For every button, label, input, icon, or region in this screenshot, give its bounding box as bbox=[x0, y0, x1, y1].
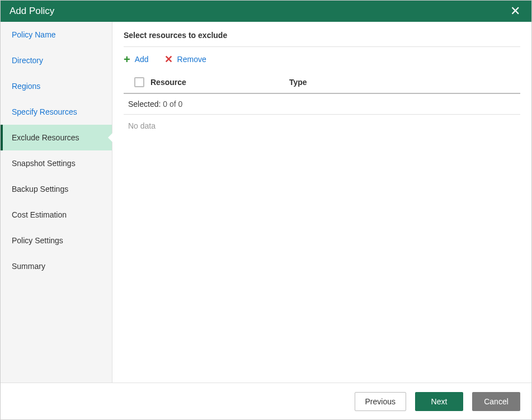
sidebar-item-label: Policy Name bbox=[12, 30, 56, 39]
sidebar-item-regions[interactable]: Regions bbox=[1, 73, 112, 99]
table-header: Resource Type bbox=[124, 72, 520, 94]
sidebar-item-specify-resources[interactable]: Specify Resources bbox=[1, 99, 112, 125]
wizard-sidebar: Policy Name Directory Regions Specify Re… bbox=[1, 22, 112, 383]
sidebar-item-directory[interactable]: Directory bbox=[1, 48, 112, 73]
main-panel: Select resources to exclude + Add ✕ Remo… bbox=[112, 22, 531, 383]
sidebar-item-cost-estimation[interactable]: Cost Estimation bbox=[1, 202, 112, 228]
sidebar-item-label: Directory bbox=[12, 56, 43, 65]
sidebar-item-policy-name[interactable]: Policy Name bbox=[1, 22, 112, 48]
sidebar-item-label: Policy Settings bbox=[12, 236, 63, 245]
sidebar-item-label: Snapshot Settings bbox=[12, 159, 76, 168]
dialog-footer: Previous Next Cancel bbox=[1, 383, 531, 419]
remove-button[interactable]: ✕ Remove bbox=[164, 54, 206, 65]
selected-label: Selected: bbox=[128, 100, 161, 108]
sidebar-item-snapshot-settings[interactable]: Snapshot Settings bbox=[1, 150, 112, 176]
add-policy-dialog: Add Policy ✕ Policy Name Directory Regio… bbox=[0, 0, 532, 420]
selected-value: 0 of 0 bbox=[163, 100, 182, 108]
sidebar-item-label: Cost Estimation bbox=[12, 210, 67, 219]
sidebar-item-label: Exclude Resources bbox=[12, 133, 79, 142]
sidebar-item-label: Summary bbox=[12, 262, 45, 271]
x-icon: ✕ bbox=[164, 54, 173, 64]
toolbar: + Add ✕ Remove bbox=[124, 47, 520, 72]
add-button[interactable]: + Add bbox=[124, 54, 149, 65]
resources-table: Resource Type Selected: 0 of 0 No data bbox=[124, 72, 520, 383]
next-button[interactable]: Next bbox=[415, 392, 463, 411]
column-header-resource[interactable]: Resource bbox=[150, 78, 289, 87]
sidebar-item-exclude-resources[interactable]: Exclude Resources bbox=[1, 125, 112, 150]
previous-button[interactable]: Previous bbox=[355, 392, 406, 411]
dialog-title: Add Policy bbox=[10, 6, 54, 17]
column-header-type[interactable]: Type bbox=[289, 78, 516, 87]
sidebar-item-label: Regions bbox=[12, 82, 40, 91]
remove-button-label: Remove bbox=[177, 55, 206, 64]
sidebar-item-backup-settings[interactable]: Backup Settings bbox=[1, 176, 112, 202]
plus-icon: + bbox=[124, 54, 130, 65]
no-data-message: No data bbox=[124, 115, 520, 137]
sidebar-item-label: Backup Settings bbox=[12, 185, 68, 194]
sidebar-item-label: Specify Resources bbox=[12, 107, 77, 116]
select-all-checkbox[interactable] bbox=[134, 77, 144, 87]
dialog-body: Policy Name Directory Regions Specify Re… bbox=[1, 22, 531, 383]
page-title: Select resources to exclude bbox=[124, 31, 520, 47]
title-bar: Add Policy ✕ bbox=[1, 1, 531, 22]
add-button-label: Add bbox=[135, 55, 149, 64]
close-icon: ✕ bbox=[510, 4, 520, 18]
sidebar-item-policy-settings[interactable]: Policy Settings bbox=[1, 228, 112, 253]
sidebar-item-summary[interactable]: Summary bbox=[1, 253, 112, 279]
selected-count-bar: Selected: 0 of 0 bbox=[124, 94, 520, 115]
cancel-button[interactable]: Cancel bbox=[472, 392, 520, 411]
close-button[interactable]: ✕ bbox=[506, 3, 525, 20]
select-all-cell bbox=[128, 77, 150, 87]
